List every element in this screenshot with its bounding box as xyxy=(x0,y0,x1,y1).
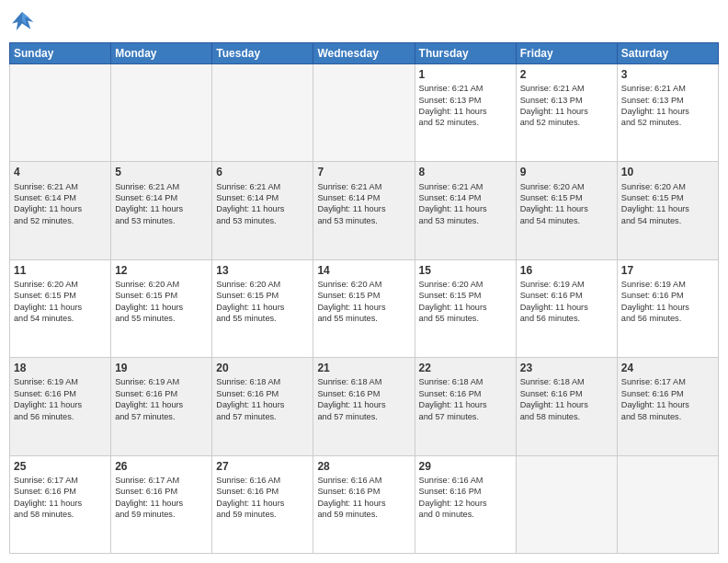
day-info: Sunrise: 6:21 AMSunset: 6:14 PMDaylight:… xyxy=(419,181,512,227)
table-row: 8Sunrise: 6:21 AMSunset: 6:14 PMDaylight… xyxy=(415,162,516,259)
day-info: Sunrise: 6:18 AMSunset: 6:16 PMDaylight:… xyxy=(520,376,613,422)
day-number: 15 xyxy=(419,263,512,278)
day-number: 28 xyxy=(317,459,410,474)
day-info: Sunrise: 6:19 AMSunset: 6:16 PMDaylight:… xyxy=(14,376,107,422)
table-row xyxy=(111,64,212,162)
table-row: 26Sunrise: 6:17 AMSunset: 6:16 PMDayligh… xyxy=(111,455,212,553)
day-info: Sunrise: 6:16 AMSunset: 6:16 PMDaylight:… xyxy=(419,475,512,521)
table-row: 14Sunrise: 6:20 AMSunset: 6:15 PMDayligh… xyxy=(313,259,415,357)
calendar-week-5: 25Sunrise: 6:17 AMSunset: 6:16 PMDayligh… xyxy=(10,455,719,553)
day-number: 16 xyxy=(520,263,613,278)
day-number: 26 xyxy=(115,459,208,474)
day-header-thursday: Thursday xyxy=(415,43,516,64)
table-row xyxy=(313,64,415,162)
table-row: 19Sunrise: 6:19 AMSunset: 6:16 PMDayligh… xyxy=(111,358,212,455)
day-number: 5 xyxy=(115,165,208,179)
day-number: 12 xyxy=(115,263,208,278)
logo-bird-icon xyxy=(9,9,35,35)
day-number: 21 xyxy=(317,361,410,375)
table-row: 13Sunrise: 6:20 AMSunset: 6:15 PMDayligh… xyxy=(212,259,313,357)
day-info: Sunrise: 6:20 AMSunset: 6:15 PMDaylight:… xyxy=(14,279,107,325)
day-info: Sunrise: 6:19 AMSunset: 6:16 PMDaylight:… xyxy=(520,279,613,325)
day-info: Sunrise: 6:21 AMSunset: 6:14 PMDaylight:… xyxy=(317,181,410,227)
day-number: 17 xyxy=(621,263,714,278)
day-info: Sunrise: 6:17 AMSunset: 6:16 PMDaylight:… xyxy=(115,475,208,521)
day-info: Sunrise: 6:21 AMSunset: 6:13 PMDaylight:… xyxy=(621,83,714,129)
table-row: 1Sunrise: 6:21 AMSunset: 6:13 PMDaylight… xyxy=(415,64,516,162)
day-info: Sunrise: 6:18 AMSunset: 6:16 PMDaylight:… xyxy=(419,376,512,422)
day-number: 27 xyxy=(216,459,309,474)
calendar-header-row: SundayMondayTuesdayWednesdayThursdayFrid… xyxy=(10,43,719,64)
table-row: 29Sunrise: 6:16 AMSunset: 6:16 PMDayligh… xyxy=(415,455,516,553)
day-number: 11 xyxy=(14,263,107,278)
day-number: 18 xyxy=(14,361,107,375)
logo xyxy=(9,9,39,35)
page-header xyxy=(9,9,719,35)
day-number: 4 xyxy=(14,165,107,179)
table-row: 21Sunrise: 6:18 AMSunset: 6:16 PMDayligh… xyxy=(313,358,415,455)
day-number: 6 xyxy=(216,165,309,179)
table-row: 28Sunrise: 6:16 AMSunset: 6:16 PMDayligh… xyxy=(313,455,415,553)
table-row: 27Sunrise: 6:16 AMSunset: 6:16 PMDayligh… xyxy=(212,455,313,553)
table-row xyxy=(516,455,617,553)
day-number: 2 xyxy=(520,67,613,82)
day-number: 24 xyxy=(621,361,714,375)
day-info: Sunrise: 6:21 AMSunset: 6:14 PMDaylight:… xyxy=(14,181,107,227)
calendar-week-1: 1Sunrise: 6:21 AMSunset: 6:13 PMDaylight… xyxy=(10,64,719,162)
day-number: 25 xyxy=(14,459,107,474)
table-row: 16Sunrise: 6:19 AMSunset: 6:16 PMDayligh… xyxy=(516,259,617,357)
day-info: Sunrise: 6:19 AMSunset: 6:16 PMDaylight:… xyxy=(621,279,714,325)
table-row xyxy=(617,455,718,553)
table-row: 24Sunrise: 6:17 AMSunset: 6:16 PMDayligh… xyxy=(617,358,718,455)
day-info: Sunrise: 6:20 AMSunset: 6:15 PMDaylight:… xyxy=(216,279,309,325)
day-header-wednesday: Wednesday xyxy=(313,43,415,64)
day-info: Sunrise: 6:18 AMSunset: 6:16 PMDaylight:… xyxy=(317,376,410,422)
table-row: 25Sunrise: 6:17 AMSunset: 6:16 PMDayligh… xyxy=(10,455,111,553)
calendar-table: SundayMondayTuesdayWednesdayThursdayFrid… xyxy=(9,42,719,554)
day-header-tuesday: Tuesday xyxy=(212,43,313,64)
day-info: Sunrise: 6:21 AMSunset: 6:14 PMDaylight:… xyxy=(115,181,208,227)
day-info: Sunrise: 6:18 AMSunset: 6:16 PMDaylight:… xyxy=(216,376,309,422)
day-number: 13 xyxy=(216,263,309,278)
table-row: 15Sunrise: 6:20 AMSunset: 6:15 PMDayligh… xyxy=(415,259,516,357)
day-info: Sunrise: 6:16 AMSunset: 6:16 PMDaylight:… xyxy=(317,475,410,521)
day-header-sunday: Sunday xyxy=(10,43,111,64)
table-row: 6Sunrise: 6:21 AMSunset: 6:14 PMDaylight… xyxy=(212,162,313,259)
calendar-week-4: 18Sunrise: 6:19 AMSunset: 6:16 PMDayligh… xyxy=(10,358,719,455)
day-number: 22 xyxy=(419,361,512,375)
day-info: Sunrise: 6:21 AMSunset: 6:14 PMDaylight:… xyxy=(216,181,309,227)
table-row: 5Sunrise: 6:21 AMSunset: 6:14 PMDaylight… xyxy=(111,162,212,259)
day-info: Sunrise: 6:21 AMSunset: 6:13 PMDaylight:… xyxy=(520,83,613,129)
day-header-saturday: Saturday xyxy=(617,43,718,64)
calendar-page: SundayMondayTuesdayWednesdayThursdayFrid… xyxy=(0,0,728,563)
table-row: 12Sunrise: 6:20 AMSunset: 6:15 PMDayligh… xyxy=(111,259,212,357)
day-info: Sunrise: 6:20 AMSunset: 6:15 PMDaylight:… xyxy=(419,279,512,325)
table-row: 18Sunrise: 6:19 AMSunset: 6:16 PMDayligh… xyxy=(10,358,111,455)
table-row: 3Sunrise: 6:21 AMSunset: 6:13 PMDaylight… xyxy=(617,64,718,162)
day-number: 3 xyxy=(621,67,714,82)
day-info: Sunrise: 6:21 AMSunset: 6:13 PMDaylight:… xyxy=(419,83,512,129)
table-row: 11Sunrise: 6:20 AMSunset: 6:15 PMDayligh… xyxy=(10,259,111,357)
day-info: Sunrise: 6:20 AMSunset: 6:15 PMDaylight:… xyxy=(317,279,410,325)
table-row: 23Sunrise: 6:18 AMSunset: 6:16 PMDayligh… xyxy=(516,358,617,455)
day-number: 29 xyxy=(419,459,512,474)
day-number: 9 xyxy=(520,165,613,179)
table-row: 4Sunrise: 6:21 AMSunset: 6:14 PMDaylight… xyxy=(10,162,111,259)
day-number: 23 xyxy=(520,361,613,375)
day-number: 7 xyxy=(317,165,410,179)
day-info: Sunrise: 6:16 AMSunset: 6:16 PMDaylight:… xyxy=(216,475,309,521)
table-row: 7Sunrise: 6:21 AMSunset: 6:14 PMDaylight… xyxy=(313,162,415,259)
table-row xyxy=(212,64,313,162)
table-row xyxy=(10,64,111,162)
day-info: Sunrise: 6:17 AMSunset: 6:16 PMDaylight:… xyxy=(621,376,714,422)
day-header-friday: Friday xyxy=(516,43,617,64)
table-row: 20Sunrise: 6:18 AMSunset: 6:16 PMDayligh… xyxy=(212,358,313,455)
day-number: 8 xyxy=(419,165,512,179)
table-row: 9Sunrise: 6:20 AMSunset: 6:15 PMDaylight… xyxy=(516,162,617,259)
table-row: 22Sunrise: 6:18 AMSunset: 6:16 PMDayligh… xyxy=(415,358,516,455)
table-row: 17Sunrise: 6:19 AMSunset: 6:16 PMDayligh… xyxy=(617,259,718,357)
table-row: 2Sunrise: 6:21 AMSunset: 6:13 PMDaylight… xyxy=(516,64,617,162)
day-info: Sunrise: 6:20 AMSunset: 6:15 PMDaylight:… xyxy=(621,181,714,227)
day-number: 20 xyxy=(216,361,309,375)
day-number: 19 xyxy=(115,361,208,375)
